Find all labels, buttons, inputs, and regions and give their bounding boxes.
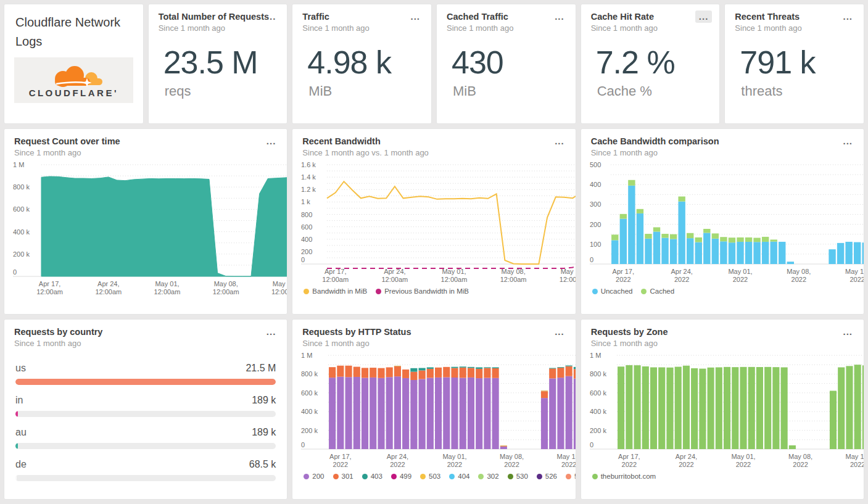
legend-item[interactable]: 302 xyxy=(478,473,498,480)
svg-text:May 15,: May 15, xyxy=(845,268,864,275)
legend-item[interactable]: theburritobot.com xyxy=(592,473,656,480)
stat-unit: Cache % xyxy=(597,83,720,99)
panel-menu-icon[interactable]: ... xyxy=(551,326,568,338)
panel-menu-icon[interactable]: ... xyxy=(839,10,856,23)
svg-text:200 k: 200 k xyxy=(590,427,606,434)
svg-text:May 08,: May 08, xyxy=(788,453,812,460)
stat-unit: threats xyxy=(741,83,864,99)
svg-text:12:00am: 12:00am xyxy=(36,288,63,295)
legend-label: 302 xyxy=(487,473,498,480)
country-value: 68.5 k xyxy=(249,459,276,470)
legend-item[interactable]: 526 xyxy=(537,473,557,480)
svg-text:400: 400 xyxy=(590,181,601,188)
legend-item[interactable]: Uncached xyxy=(592,287,633,295)
legend-item[interactable]: 404 xyxy=(449,473,469,480)
panel-total-requests: Total Number of Requests Since 1 month a… xyxy=(148,4,288,124)
panel-subtitle: Since 1 month ago xyxy=(14,339,278,348)
country-row: in189 k xyxy=(15,395,276,417)
svg-text:2022: 2022 xyxy=(505,461,519,468)
request-count-chart[interactable]: 1 M800 k600 k400 k200 k0Apr 17,12:00amAp… xyxy=(4,159,287,297)
legend-item[interactable]: Previous Bandwidth in MiB xyxy=(376,287,469,295)
svg-text:2022: 2022 xyxy=(735,461,750,468)
svg-text:2022: 2022 xyxy=(791,276,806,283)
country-row: us21.5 M xyxy=(15,363,276,385)
legend-item[interactable]: 301 xyxy=(333,473,353,480)
chart-svg: 1.6 k1.4 k1.2 k1 k8006004002000Apr 17,12… xyxy=(301,159,576,285)
panel-cache-hit-rate: Cache Hit Rate Since 1 month ago ... 7.2… xyxy=(581,4,721,124)
panel-menu-icon[interactable]: ... xyxy=(263,10,280,23)
country-row: de68.5 k xyxy=(15,459,276,481)
zone-chart[interactable]: 1 M800 k600 k400 k200 k0Apr 17,2022Apr 2… xyxy=(581,349,864,480)
country-bar-track xyxy=(15,379,276,385)
svg-text:1.4 k: 1.4 k xyxy=(301,173,316,181)
legend-label: 404 xyxy=(458,473,469,480)
legend-label: Previous Bandwidth in MiB xyxy=(384,287,469,295)
svg-text:800 k: 800 k xyxy=(301,370,318,378)
svg-text:May 01,: May 01, xyxy=(443,453,467,460)
country-label: us xyxy=(15,363,26,374)
legend-item[interactable]: 200 xyxy=(304,473,324,480)
svg-text:800 k: 800 k xyxy=(590,370,606,378)
panel-menu-icon[interactable]: ... xyxy=(695,10,713,23)
http-status-chart[interactable]: 1 M800 k600 k400 k200 k0Apr 17,2022Apr 2… xyxy=(292,349,575,480)
panel-subtitle: Since 1 month ago xyxy=(302,339,566,348)
svg-text:May 01,: May 01, xyxy=(728,268,752,275)
panel-subtitle: Since 1 month ago xyxy=(14,148,278,157)
svg-text:2022: 2022 xyxy=(447,461,462,468)
legend-item[interactable]: 530 xyxy=(508,473,528,480)
svg-text:2022: 2022 xyxy=(616,276,630,283)
panel-menu-icon[interactable]: ... xyxy=(263,326,280,338)
stat-unit: MiB xyxy=(453,83,576,99)
svg-text:800 k: 800 k xyxy=(13,183,30,191)
panel-menu-icon[interactable]: ... xyxy=(263,135,280,147)
panel-menu-icon[interactable]: ... xyxy=(551,135,568,147)
svg-text:2022: 2022 xyxy=(621,461,636,468)
country-bar-fill xyxy=(15,379,276,385)
legend-item[interactable]: 524 xyxy=(566,473,576,480)
legend-item[interactable]: 503 xyxy=(420,473,440,480)
legend-label: 200 xyxy=(312,473,324,480)
svg-text:0: 0 xyxy=(13,268,17,276)
panel-menu-icon[interactable]: ... xyxy=(551,10,568,23)
country-value: 189 k xyxy=(252,395,276,406)
svg-text:1 M: 1 M xyxy=(590,352,601,359)
legend-item[interactable]: 499 xyxy=(391,473,411,480)
cache-bandwidth-chart[interactable]: 5004003002001000Apr 17,2022Apr 24,2022Ma… xyxy=(581,159,864,295)
svg-text:May 01,: May 01, xyxy=(442,268,466,275)
svg-text:400: 400 xyxy=(301,236,312,243)
svg-text:May 08,: May 08, xyxy=(787,268,811,275)
legend-label: Cached xyxy=(650,287,674,295)
legend-item[interactable]: Bandwidth in MiB xyxy=(304,287,367,295)
legend-dot xyxy=(537,474,542,479)
legend-label: theburritobot.com xyxy=(601,473,656,480)
panel-title: Cache Hit Rate xyxy=(591,12,711,22)
svg-text:2022: 2022 xyxy=(333,461,348,468)
legend-dot xyxy=(376,289,381,294)
legend-item[interactable]: 403 xyxy=(362,473,382,480)
country-label: de xyxy=(15,459,27,470)
legend-item[interactable]: Cached xyxy=(641,287,674,295)
panel-menu-icon[interactable]: ... xyxy=(839,326,856,338)
panel-menu-icon[interactable]: ... xyxy=(839,135,856,147)
panel-subtitle: Since 1 month ago xyxy=(302,23,423,33)
svg-text:Apr 24,: Apr 24, xyxy=(671,268,692,275)
legend-dot xyxy=(592,474,598,479)
svg-text:12:00am: 12:00am xyxy=(95,288,122,295)
panel-subtitle: Since 1 month ago xyxy=(735,23,855,33)
dashboard: Cloudflare Network Logs CLOUDFLARE' Tota… xyxy=(0,0,868,504)
panel-header: Recent Bandwidth Since 1 month ago vs. 1… xyxy=(292,129,575,159)
panel-header: Cache Bandwidth comparison Since 1 month… xyxy=(581,129,864,159)
svg-text:200 k: 200 k xyxy=(301,427,318,434)
stat-value: 430 xyxy=(452,44,576,81)
chart-svg: 1 M800 k600 k400 k200 k0Apr 17,12:00amAp… xyxy=(13,159,287,297)
legend-label: 503 xyxy=(429,473,440,480)
recent-bandwidth-chart[interactable]: 1.6 k1.4 k1.2 k1 k8006004002000Apr 17,12… xyxy=(292,159,575,295)
panel-menu-icon[interactable]: ... xyxy=(407,10,424,23)
svg-text:0: 0 xyxy=(590,441,593,448)
legend-label: 526 xyxy=(545,473,557,480)
legend-label: Uncached xyxy=(601,287,633,295)
panel-title: Cache Bandwidth comparison xyxy=(591,136,855,146)
svg-text:12:00am: 12:00am xyxy=(441,276,468,283)
country-list: us21.5 Min189 kau189 kde68.5 k xyxy=(4,349,287,481)
svg-text:May 15,: May 15, xyxy=(273,280,287,287)
